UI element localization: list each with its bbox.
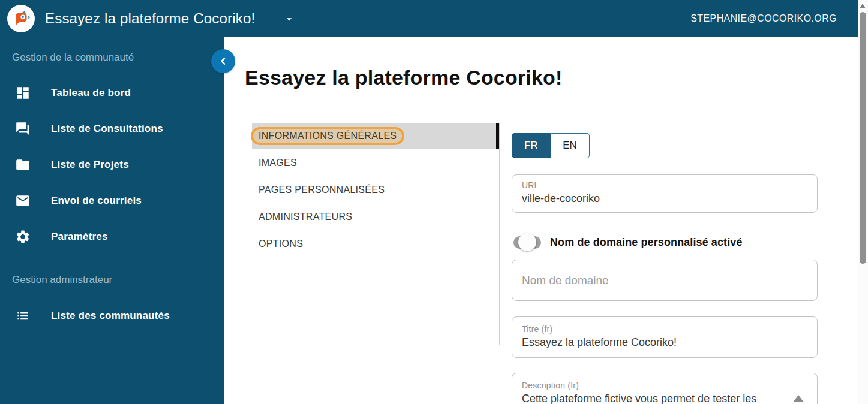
custom-domain-toggle[interactable] [513, 235, 541, 249]
tab-pages-personnalisees[interactable]: PAGES PERSONNALISÉES [252, 176, 496, 203]
sidebar-section-community: Gestion de la communauté [12, 52, 134, 64]
sidebar-item-liste-des-communautes[interactable]: Liste des communautés [0, 304, 224, 328]
lang-tab-fr[interactable]: FR [512, 133, 551, 158]
chat-icon [15, 121, 31, 137]
tabs-divider [499, 123, 500, 345]
scrollbar-up-arrow-icon[interactable] [860, 4, 866, 8]
tab-options[interactable]: OPTIONS [252, 230, 496, 257]
community-title[interactable]: Essayez la plateforme Cocoriko! [45, 0, 255, 37]
focus-highlight-ring: INFORMATIONS GÉNÉRALES [251, 127, 404, 145]
cocoriko-bird-icon [11, 8, 31, 29]
tab-images[interactable]: IMAGES [252, 149, 496, 176]
sidebar-item-parametres[interactable]: Paramètres [0, 225, 224, 249]
main-content: Essayez la plateforme Cocoriko! INFORMAT… [224, 37, 858, 404]
sidebar-item-label: Paramètres [51, 231, 108, 243]
sidebar-item-label: Tableau de bord [51, 87, 131, 99]
domain-input[interactable] [522, 274, 807, 287]
app-window: Essayez la plateforme Cocoriko! STEPHANI… [0, 0, 868, 404]
domain-field-box [512, 260, 818, 301]
url-field-label: URL [522, 180, 807, 190]
settings-tab-list: INFORMATIONS GÉNÉRALES IMAGES PAGES PERS… [252, 123, 496, 257]
sidebar-section-admin: Gestion adminstrateur [12, 274, 112, 286]
mail-icon [15, 193, 31, 209]
tab-administrateurs[interactable]: ADMINISTRATEURS [252, 203, 496, 230]
toggle-knob [518, 233, 536, 251]
scrollbar-thumb[interactable] [860, 12, 866, 264]
textarea-scroll-up-icon[interactable] [793, 395, 804, 402]
sidebar-item-label: Envoi de courriels [51, 195, 142, 207]
title-fr-input[interactable] [522, 336, 807, 349]
sidebar-collapse-button[interactable] [211, 49, 235, 73]
dashboard-icon [15, 85, 31, 101]
sidebar-item-label: Liste de Consultations [51, 123, 163, 135]
user-email[interactable]: STEPHANIE@COCORIKO.ORG [690, 0, 837, 37]
lang-tab-en[interactable]: EN [551, 133, 590, 158]
page-scrollbar[interactable] [858, 0, 868, 404]
sidebar-item-liste-de-consultations[interactable]: Liste de Consultations [0, 117, 224, 141]
sidebar: Gestion de la communauté Tableau de bord… [0, 37, 224, 404]
sidebar-item-envoi-de-courriels[interactable]: Envoi de courriels [0, 189, 224, 213]
list-icon [15, 308, 31, 324]
top-header-bar: Essayez la plateforme Cocoriko! STEPHANI… [0, 0, 858, 37]
gear-icon [15, 229, 31, 245]
sidebar-item-tableau-de-bord[interactable]: Tableau de bord [0, 81, 224, 105]
sidebar-divider [12, 261, 212, 261]
sidebar-item-label: Liste de Projets [51, 159, 129, 171]
url-field-box: URL [512, 174, 818, 213]
custom-domain-toggle-row: Nom de domaine personnalisé activé [513, 235, 743, 249]
folder-icon [15, 157, 31, 173]
language-switcher: FR EN [512, 133, 590, 158]
description-fr-field-box[interactable]: Description (fr) Cette plateforme fictiv… [512, 373, 818, 404]
community-logo[interactable] [7, 5, 35, 32]
sidebar-item-label: Liste des communautés [51, 310, 170, 322]
title-fr-field-box: Titre (fr) [512, 316, 818, 358]
tab-informations-generales[interactable]: INFORMATIONS GÉNÉRALES [252, 123, 496, 149]
title-fr-field-label: Titre (fr) [522, 324, 807, 334]
description-fr-field-label: Description (fr) [522, 381, 807, 390]
sidebar-item-liste-de-projets[interactable]: Liste de Projets [0, 153, 224, 177]
custom-domain-toggle-label: Nom de domaine personnalisé activé [550, 236, 743, 249]
chevron-down-icon[interactable] [283, 13, 295, 25]
description-fr-textarea[interactable]: Cette plateforme fictive vous permet de … [522, 393, 807, 404]
url-input[interactable] [522, 192, 807, 205]
page-title: Essayez la plateforme Cocoriko! [245, 66, 563, 89]
chevron-left-icon [217, 55, 229, 67]
